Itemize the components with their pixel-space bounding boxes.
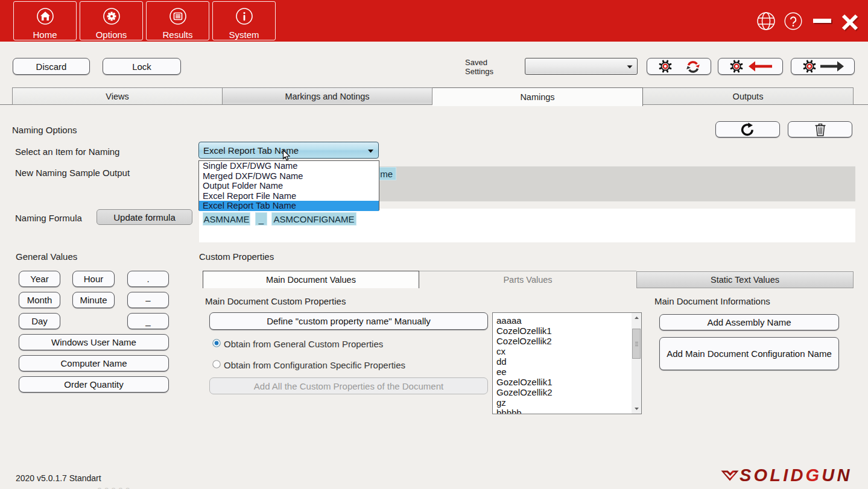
svg-text:SOLIDGUN: SOLIDGUN: [740, 467, 852, 484]
